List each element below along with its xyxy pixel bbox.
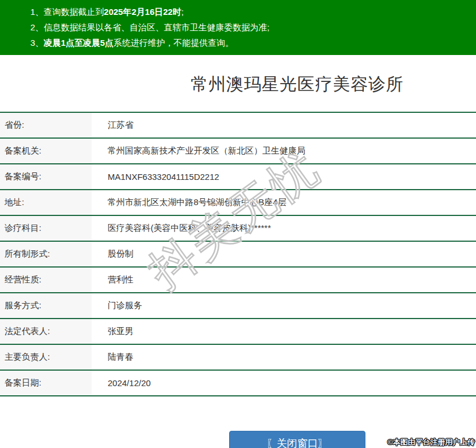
row-value: 门诊服务 [92, 293, 476, 318]
row-label: 地址: [0, 190, 92, 215]
row-value: 常州市新北区太湖中路8号锦湖创新中心B座4层 [92, 190, 476, 215]
copyright-stamp: ©本图由平台注册用户上传 [387, 437, 475, 447]
close-window-button[interactable]: 〖关闭窗口〗 [229, 431, 365, 448]
row-label: 主要负责人: [0, 345, 92, 370]
row-value: 江苏省 [92, 113, 476, 137]
notice-line-3-bold: 凌晨1点至凌晨5点 [44, 38, 113, 48]
table-row-filing-authority: 备案机关: 常州国家高新技术产业开发区（新北区）卫生健康局 [0, 139, 476, 164]
row-value: 医疗美容科(美容中医科、美容皮肤科)****** [92, 216, 476, 241]
row-label: 服务方式: [0, 293, 92, 318]
table-row-filing-number: 备案编号: MA1NXF63332041115D2212 [0, 164, 476, 190]
notice-line-2-num: 2、 [30, 22, 44, 32]
row-label: 备案机关: [0, 139, 92, 163]
row-value: 2024/12/20 [92, 371, 476, 395]
table-row-address: 地址: 常州市新北区太湖中路8号锦湖创新中心B座4层 [0, 190, 476, 216]
page-title: 常州澳玛星光医疗美容诊所 [0, 73, 476, 96]
notice-line-1: 1、查询数据截止到2025年2月16日22时; [30, 4, 470, 19]
row-value: 陆青春 [92, 345, 476, 370]
row-label: 省份: [0, 113, 92, 137]
table-row-principal: 主要负责人: 陆青春 [0, 345, 476, 371]
table-row-ownership: 所有制形式: 股份制 [0, 242, 476, 268]
notice-line-2: 2、信息数据结果以各省、自治区、直辖市卫生健康委数据为准; [30, 19, 470, 35]
notice-line-3-post: 系统进行维护，不能提供查询。 [113, 38, 234, 48]
table-row-province: 省份: 江苏省 [0, 113, 476, 139]
row-label: 备案日期: [0, 371, 92, 395]
notice-line-1-post: ; [181, 7, 183, 17]
row-label: 所有制形式: [0, 242, 92, 266]
notice-bar: 1、查询数据截止到2025年2月16日22时; 2、信息数据结果以各省、自治区、… [0, 0, 476, 55]
content-area: 常州澳玛星光医疗美容诊所 省份: 江苏省 备案机关: 常州国家高新技术产业开发区… [0, 73, 476, 448]
notice-line-3: 3、凌晨1点至凌晨5点系统进行维护，不能提供查询。 [30, 35, 470, 50]
row-label: 法定代表人: [0, 319, 92, 344]
table-row-legal-representative: 法定代表人: 张亚男 [0, 319, 476, 345]
institution-info-table: 省份: 江苏省 备案机关: 常州国家高新技术产业开发区（新北区）卫生健康局 备案… [0, 112, 476, 396]
notice-line-1-bold: 2025年2月16日22时 [104, 7, 181, 17]
row-value: 股份制 [92, 242, 476, 266]
table-row-business-nature: 经营性质: 营利性 [0, 268, 476, 293]
row-label: 诊疗科目: [0, 216, 92, 241]
notice-line-2-text: 信息数据结果以各省、自治区、直辖市卫生健康委数据为准; [44, 22, 269, 32]
table-row-departments: 诊疗科目: 医疗美容科(美容中医科、美容皮肤科)****** [0, 216, 476, 242]
row-value: 营利性 [92, 268, 476, 292]
notice-line-1-num: 1、 [30, 7, 44, 17]
table-row-service-mode: 服务方式: 门诊服务 [0, 293, 476, 319]
notice-line-1-text: 查询数据截止到 [44, 7, 104, 17]
row-value: 常州国家高新技术产业开发区（新北区）卫生健康局 [92, 139, 476, 163]
row-label: 经营性质: [0, 268, 92, 292]
table-row-filing-date: 备案日期: 2024/12/20 [0, 371, 476, 396]
row-value: MA1NXF63332041115D2212 [92, 164, 476, 189]
row-label: 备案编号: [0, 164, 92, 189]
row-value: 张亚男 [92, 319, 476, 344]
notice-line-3-num: 3、 [30, 38, 44, 48]
